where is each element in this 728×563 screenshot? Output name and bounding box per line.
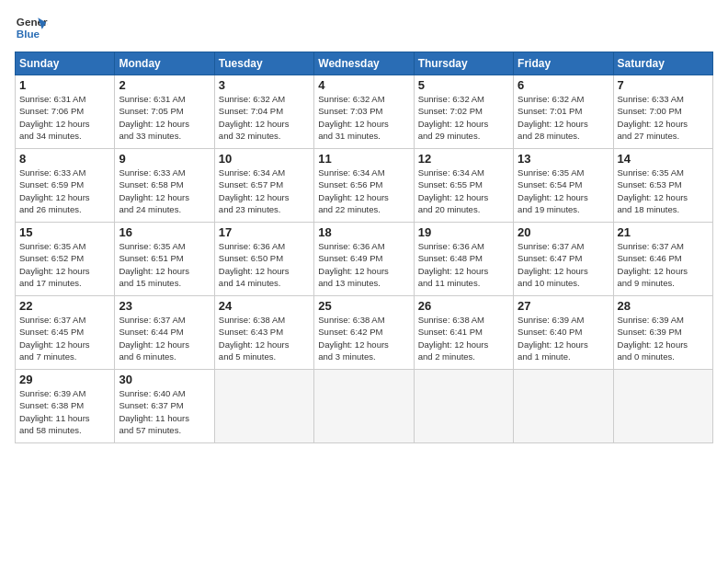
calendar-week-row: 15Sunrise: 6:35 AMSunset: 6:52 PMDayligh… [16,223,713,296]
calendar-cell: 23Sunrise: 6:37 AMSunset: 6:44 PMDayligh… [115,296,214,370]
day-number: 7 [618,78,709,92]
day-number: 4 [318,78,409,92]
calendar-cell: 11Sunrise: 6:34 AMSunset: 6:56 PMDayligh… [314,149,414,223]
weekday-header-friday: Friday [514,52,613,75]
day-number: 1 [19,78,110,92]
calendar-week-row: 22Sunrise: 6:37 AMSunset: 6:45 PMDayligh… [16,296,713,370]
day-info: Sunrise: 6:33 AMSunset: 7:00 PMDaylight:… [618,93,709,142]
calendar-week-row: 1Sunrise: 6:31 AMSunset: 7:06 PMDaylight… [16,75,713,149]
calendar-cell: 21Sunrise: 6:37 AMSunset: 6:46 PMDayligh… [613,223,712,296]
day-number: 22 [19,299,110,313]
calendar-cell: 9Sunrise: 6:33 AMSunset: 6:58 PMDaylight… [115,149,214,223]
day-info: Sunrise: 6:40 AMSunset: 6:37 PMDaylight:… [119,387,210,436]
day-info: Sunrise: 6:37 AMSunset: 6:47 PMDaylight:… [518,240,609,289]
calendar-container: General Blue SundayMondayTuesdayWednesda… [0,0,728,451]
calendar-week-row: 29Sunrise: 6:39 AMSunset: 6:38 PMDayligh… [16,370,713,443]
day-number: 25 [318,299,409,313]
day-info: Sunrise: 6:34 AMSunset: 6:55 PMDaylight:… [418,167,509,215]
day-info: Sunrise: 6:37 AMSunset: 6:44 PMDaylight:… [119,314,210,362]
day-number: 10 [219,152,310,166]
day-info: Sunrise: 6:38 AMSunset: 6:42 PMDaylight:… [318,314,409,362]
day-number: 21 [618,225,709,239]
day-info: Sunrise: 6:38 AMSunset: 6:43 PMDaylight:… [219,314,310,362]
day-number: 20 [518,225,609,239]
day-number: 5 [418,78,509,92]
weekday-header-tuesday: Tuesday [214,52,313,75]
weekday-header-sunday: Sunday [16,52,115,75]
calendar-cell: 4Sunrise: 6:32 AMSunset: 7:03 PMDaylight… [314,75,414,149]
weekday-header-monday: Monday [115,52,214,75]
calendar-table: SundayMondayTuesdayWednesdayThursdayFrid… [15,52,713,443]
calendar-cell: 13Sunrise: 6:35 AMSunset: 6:54 PMDayligh… [514,149,613,223]
day-number: 27 [518,299,609,313]
day-info: Sunrise: 6:39 AMSunset: 6:40 PMDaylight:… [518,314,609,362]
day-info: Sunrise: 6:37 AMSunset: 6:46 PMDaylight:… [618,240,709,289]
weekday-header-saturday: Saturday [613,52,712,75]
day-info: Sunrise: 6:32 AMSunset: 7:04 PMDaylight:… [219,93,310,142]
calendar-cell: 2Sunrise: 6:31 AMSunset: 7:05 PMDaylight… [115,75,214,149]
calendar-cell: 19Sunrise: 6:36 AMSunset: 6:48 PMDayligh… [414,223,513,296]
calendar-cell: 12Sunrise: 6:34 AMSunset: 6:55 PMDayligh… [414,149,513,223]
day-info: Sunrise: 6:39 AMSunset: 6:39 PMDaylight:… [618,314,709,362]
day-number: 13 [518,152,609,166]
day-number: 28 [618,299,709,313]
day-number: 3 [219,78,310,92]
day-info: Sunrise: 6:32 AMSunset: 7:01 PMDaylight:… [518,93,609,142]
day-info: Sunrise: 6:36 AMSunset: 6:49 PMDaylight:… [318,240,409,289]
calendar-cell: 20Sunrise: 6:37 AMSunset: 6:47 PMDayligh… [514,223,613,296]
calendar-cell: 28Sunrise: 6:39 AMSunset: 6:39 PMDayligh… [613,296,712,370]
day-number: 18 [318,225,409,239]
svg-text:Blue: Blue [17,28,40,40]
logo: General Blue [15,11,48,44]
day-number: 30 [119,373,210,386]
day-info: Sunrise: 6:31 AMSunset: 7:06 PMDaylight:… [19,93,110,142]
day-info: Sunrise: 6:36 AMSunset: 6:48 PMDaylight:… [418,240,509,289]
day-info: Sunrise: 6:38 AMSunset: 6:41 PMDaylight:… [418,314,509,362]
day-info: Sunrise: 6:33 AMSunset: 6:59 PMDaylight:… [19,167,110,215]
calendar-cell: 16Sunrise: 6:35 AMSunset: 6:51 PMDayligh… [115,223,214,296]
day-info: Sunrise: 6:32 AMSunset: 7:03 PMDaylight:… [318,93,409,142]
calendar-cell: 15Sunrise: 6:35 AMSunset: 6:52 PMDayligh… [16,223,115,296]
day-number: 24 [219,299,310,313]
day-info: Sunrise: 6:33 AMSunset: 6:58 PMDaylight:… [119,167,210,215]
calendar-cell: 22Sunrise: 6:37 AMSunset: 6:45 PMDayligh… [16,296,115,370]
calendar-cell: 26Sunrise: 6:38 AMSunset: 6:41 PMDayligh… [414,296,513,370]
day-info: Sunrise: 6:34 AMSunset: 6:56 PMDaylight:… [318,167,409,215]
day-info: Sunrise: 6:35 AMSunset: 6:54 PMDaylight:… [518,167,609,215]
calendar-cell [314,370,414,443]
calendar-cell: 30Sunrise: 6:40 AMSunset: 6:37 PMDayligh… [115,370,214,443]
calendar-cell: 14Sunrise: 6:35 AMSunset: 6:53 PMDayligh… [613,149,712,223]
day-number: 16 [119,225,210,239]
day-info: Sunrise: 6:35 AMSunset: 6:51 PMDaylight:… [119,240,210,289]
weekday-header-row: SundayMondayTuesdayWednesdayThursdayFrid… [16,52,713,75]
day-number: 2 [119,78,210,92]
calendar-week-row: 8Sunrise: 6:33 AMSunset: 6:59 PMDaylight… [16,149,713,223]
calendar-cell: 7Sunrise: 6:33 AMSunset: 7:00 PMDaylight… [613,75,712,149]
day-info: Sunrise: 6:35 AMSunset: 6:52 PMDaylight:… [19,240,110,289]
day-number: 8 [19,152,110,166]
day-number: 14 [618,152,709,166]
weekday-header-thursday: Thursday [414,52,513,75]
day-info: Sunrise: 6:35 AMSunset: 6:53 PMDaylight:… [618,167,709,215]
calendar-cell: 25Sunrise: 6:38 AMSunset: 6:42 PMDayligh… [314,296,414,370]
calendar-cell: 8Sunrise: 6:33 AMSunset: 6:59 PMDaylight… [16,149,115,223]
day-number: 15 [19,225,110,239]
logo-icon: General Blue [15,11,48,44]
day-number: 9 [119,152,210,166]
day-number: 12 [418,152,509,166]
weekday-header-wednesday: Wednesday [314,52,414,75]
calendar-cell: 18Sunrise: 6:36 AMSunset: 6:49 PMDayligh… [314,223,414,296]
calendar-cell: 1Sunrise: 6:31 AMSunset: 7:06 PMDaylight… [16,75,115,149]
calendar-cell [613,370,712,443]
day-number: 19 [418,225,509,239]
day-info: Sunrise: 6:39 AMSunset: 6:38 PMDaylight:… [19,387,110,436]
calendar-cell: 5Sunrise: 6:32 AMSunset: 7:02 PMDaylight… [414,75,513,149]
day-info: Sunrise: 6:37 AMSunset: 6:45 PMDaylight:… [19,314,110,362]
day-number: 17 [219,225,310,239]
header: General Blue [15,11,713,44]
day-info: Sunrise: 6:32 AMSunset: 7:02 PMDaylight:… [418,93,509,142]
day-number: 29 [19,373,110,386]
calendar-cell [414,370,513,443]
calendar-cell [214,370,313,443]
calendar-cell: 17Sunrise: 6:36 AMSunset: 6:50 PMDayligh… [214,223,313,296]
